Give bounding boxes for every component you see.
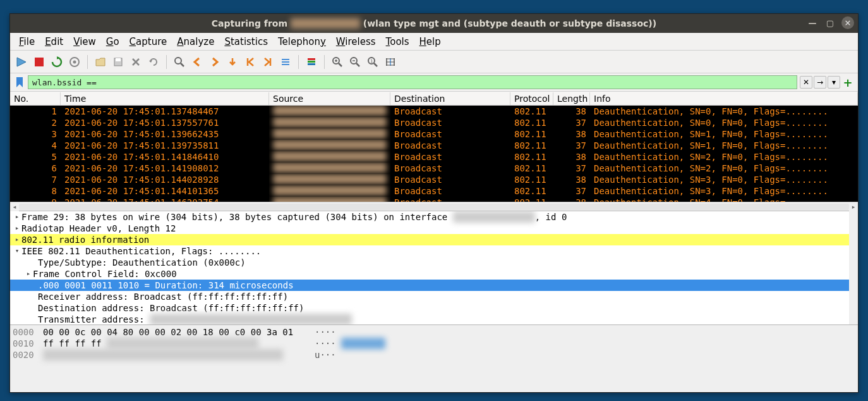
go-first-button[interactable]	[243, 54, 258, 70]
detail-duration[interactable]: .000 0001 0011 1010 = Duration: 314 micr…	[10, 280, 858, 291]
col-time[interactable]: Time	[61, 92, 269, 105]
restart-capture-button[interactable]	[49, 54, 64, 70]
menu-analyze[interactable]: Analyze	[172, 34, 219, 49]
colorize-button[interactable]	[304, 54, 319, 70]
details-vscrollbar[interactable]	[849, 211, 858, 324]
packet-row[interactable]: 82021-06-20 17:45:01.144101365xBroadcast…	[10, 185, 858, 197]
filter-clear-button[interactable]: ✕	[800, 76, 812, 89]
detail-receiver[interactable]: Receiver address: Broadcast (ff:ff:ff:ff…	[10, 291, 858, 302]
titlebar: Capturing from xxxxxxxxxx (wlan type mgt…	[10, 14, 858, 33]
close-file-button[interactable]	[128, 54, 143, 70]
packet-row[interactable]: 62021-06-20 17:45:01.141908012xBroadcast…	[10, 163, 858, 174]
detail-ieee80211[interactable]: ▾IEEE 802.11 Deauthentication, Flags: ..…	[10, 245, 858, 257]
zoom-out-button[interactable]	[347, 54, 363, 70]
packet-list-header[interactable]: No. Time Source Destination Protocol Len…	[10, 92, 858, 106]
svg-rect-13	[308, 61, 315, 63]
maximize-button[interactable]: ▢	[824, 16, 836, 29]
zoom-reset-button[interactable]: 1	[365, 54, 380, 70]
menu-statistics[interactable]: Statistics	[219, 34, 273, 49]
display-filter-input[interactable]	[28, 75, 797, 89]
packet-bytes-pane[interactable]: 000000 00 0c 00 04 80 00 00 02 00 18 00 …	[10, 325, 858, 392]
svg-rect-4	[116, 58, 121, 61]
detail-destination[interactable]: Destination address: Broadcast (ff:ff:ff…	[10, 302, 858, 314]
menu-telephony[interactable]: Telephony	[273, 34, 331, 49]
menu-wireless[interactable]: Wireless	[331, 34, 381, 49]
find-packet-button[interactable]	[172, 54, 187, 70]
svg-rect-12	[308, 58, 315, 60]
menu-capture[interactable]: Capture	[124, 34, 172, 49]
svg-text:1: 1	[370, 59, 373, 64]
packet-list-hscrollbar[interactable]: ◂▸	[10, 202, 858, 211]
detail-radio-info[interactable]: ▸802.11 radio information	[10, 234, 858, 245]
detail-radiotap[interactable]: ▸Radiotap Header v0, Length 12	[10, 223, 858, 234]
filter-expression-dropdown[interactable]: ▾	[828, 76, 840, 89]
auto-scroll-button[interactable]	[278, 54, 293, 70]
detail-fcf[interactable]: ▸Frame Control Field: 0xc000	[10, 268, 858, 280]
filter-apply-button[interactable]: →	[814, 76, 826, 89]
save-file-button[interactable]	[111, 54, 126, 70]
menu-edit[interactable]: Edit	[40, 34, 68, 49]
svg-rect-14	[308, 63, 315, 65]
app-window: Capturing from xxxxxxxxxx (wlan type mgt…	[9, 13, 859, 393]
packet-row[interactable]: 22021-06-20 17:45:01.137557761xBroadcast…	[10, 117, 858, 128]
start-capture-button[interactable]	[14, 54, 29, 70]
go-forward-button[interactable]	[207, 54, 222, 70]
packet-list-pane: No. Time Source Destination Protocol Len…	[10, 92, 858, 211]
detail-type-subtype[interactable]: Type/Subtype: Deauthentication (0x000c)	[10, 257, 858, 268]
svg-point-2	[73, 60, 76, 63]
go-back-button[interactable]	[190, 54, 205, 70]
col-source[interactable]: Source	[269, 92, 390, 105]
svg-rect-0	[35, 58, 44, 66]
close-button[interactable]: ✕	[841, 16, 854, 29]
packet-details-pane[interactable]: ▸Frame 29: 38 bytes on wire (304 bits), …	[10, 211, 858, 325]
detail-transmitter[interactable]: Transmitter address: xxxxxxx	[10, 314, 858, 325]
minimize-button[interactable]: —	[806, 16, 819, 29]
filter-bookmark-icon[interactable]	[14, 76, 25, 89]
stop-capture-button[interactable]	[32, 54, 47, 70]
col-length[interactable]: Length	[553, 92, 590, 105]
toolbar: 1	[10, 51, 858, 73]
menu-file[interactable]: File	[14, 34, 40, 49]
resize-columns-button[interactable]	[383, 54, 398, 70]
filter-add-button[interactable]: +	[841, 76, 854, 89]
go-last-button[interactable]	[260, 54, 275, 70]
packet-list[interactable]: 12021-06-20 17:45:01.137484467xBroadcast…	[10, 106, 858, 202]
filter-bar: ✕ → ▾ +	[10, 73, 858, 92]
col-protocol[interactable]: Protocol	[510, 92, 553, 105]
svg-line-8	[181, 63, 184, 66]
packet-row[interactable]: 92021-06-20 17:45:01.146203754xBroadcast…	[10, 197, 858, 202]
svg-point-7	[175, 58, 181, 64]
menu-tools[interactable]: Tools	[381, 34, 414, 49]
capture-options-button[interactable]	[67, 54, 82, 70]
zoom-in-button[interactable]	[330, 54, 345, 70]
menu-help[interactable]: Help	[414, 34, 446, 49]
menu-go[interactable]: Go	[101, 34, 124, 49]
packet-row[interactable]: 32021-06-20 17:45:01.139662435xBroadcast…	[10, 128, 858, 140]
window-title: Capturing from xxxxxxxxxx (wlan type mgt…	[212, 18, 656, 28]
open-file-button[interactable]	[93, 54, 108, 70]
svg-line-16	[339, 63, 342, 66]
menubar: File Edit View Go Capture Analyze Statis…	[10, 33, 858, 51]
svg-line-23	[374, 63, 377, 66]
col-no[interactable]: No.	[10, 92, 61, 105]
menu-view[interactable]: View	[68, 34, 101, 49]
packet-row[interactable]: 42021-06-20 17:45:01.139735811xBroadcast…	[10, 140, 858, 151]
col-info[interactable]: Info	[590, 92, 858, 105]
packet-row[interactable]: 72021-06-20 17:45:01.144028928xBroadcast…	[10, 174, 858, 185]
svg-line-20	[356, 63, 359, 66]
reload-button[interactable]	[146, 54, 161, 70]
col-destination[interactable]: Destination	[390, 92, 510, 105]
detail-frame[interactable]: ▸Frame 29: 38 bytes on wire (304 bits), …	[10, 211, 858, 223]
packet-row[interactable]: 52021-06-20 17:45:01.141846410xBroadcast…	[10, 151, 858, 163]
packet-row[interactable]: 12021-06-20 17:45:01.137484467xBroadcast…	[10, 106, 858, 117]
go-to-packet-button[interactable]	[225, 54, 240, 70]
